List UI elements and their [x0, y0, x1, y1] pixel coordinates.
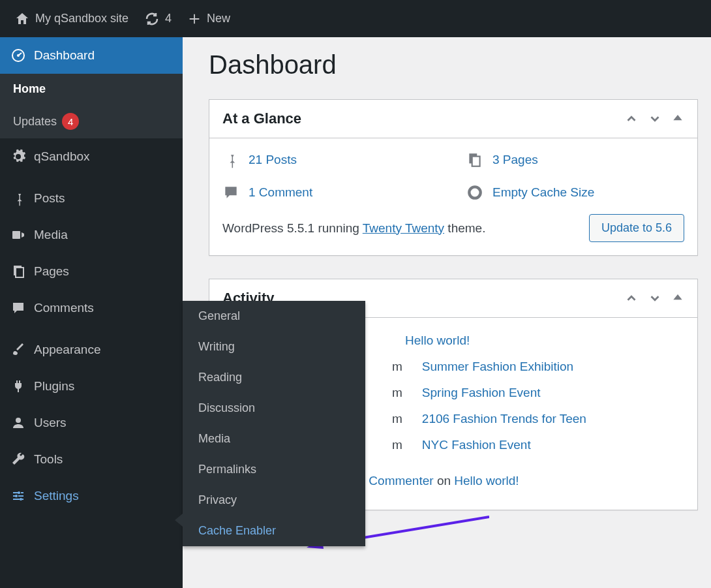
- separator: [0, 175, 183, 180]
- glance-pages[interactable]: 3 Pages: [466, 151, 684, 168]
- sidebar-item-tools[interactable]: Tools: [0, 441, 183, 478]
- flyout-writing[interactable]: Writing: [183, 332, 365, 362]
- admin-bar-new-label: New: [207, 12, 230, 25]
- panel-body: 21 Posts 3 Pages 1 Comment Empty Cache S…: [209, 138, 697, 255]
- activity-link[interactable]: 2106 Fashion Trends for Teen: [422, 412, 586, 426]
- sidebar-item-qsandbox[interactable]: qSandbox: [0, 138, 183, 175]
- flyout-reading[interactable]: Reading: [183, 362, 365, 393]
- flyout-cache-enabler[interactable]: Cache Enabler: [183, 516, 365, 546]
- comment-post-link[interactable]: Hello world!: [454, 474, 519, 487]
- theme-link[interactable]: Twenty Twenty: [363, 221, 444, 235]
- glance-comments[interactable]: 1 Comment: [222, 184, 440, 201]
- toggle-panel-icon[interactable]: [671, 291, 684, 305]
- time-trail: m: [392, 412, 402, 426]
- wrench-icon: [10, 452, 34, 467]
- admin-bar-site-label: My qSandbox site: [35, 12, 129, 25]
- svg-point-12: [469, 187, 480, 198]
- pin-icon: [10, 191, 34, 206]
- panel-at-a-glance: At a Glance 21 Posts 3 Pages 1 Com: [209, 99, 698, 256]
- flyout-permalinks[interactable]: Permalinks: [183, 454, 365, 485]
- panel-controls: [624, 291, 684, 305]
- glance-posts[interactable]: 21 Posts: [222, 151, 440, 168]
- activity-link[interactable]: Hello world!: [405, 333, 470, 348]
- admin-bar-updates[interactable]: 4: [136, 0, 179, 37]
- svg-rect-5: [16, 268, 23, 277]
- sidebar-label: Appearance: [34, 343, 100, 357]
- version-row: WordPress 5.5.1 running Twenty Twenty th…: [222, 214, 684, 242]
- sidebar-label: Settings: [34, 489, 79, 503]
- comment-icon: [10, 300, 34, 316]
- glance-link: 1 Comment: [249, 185, 312, 200]
- chevron-up-icon[interactable]: [624, 291, 639, 305]
- pages-icon: [466, 151, 483, 168]
- svg-rect-11: [472, 157, 480, 166]
- sliders-icon: [10, 488, 34, 504]
- sidebar-item-settings[interactable]: Settings: [0, 478, 183, 514]
- sidebar-item-posts[interactable]: Posts: [0, 180, 183, 217]
- version-text: WordPress 5.5.1 running Twenty Twenty th…: [222, 221, 485, 236]
- sidebar-label: Comments: [34, 301, 94, 315]
- glance-link: 21 Posts: [249, 153, 297, 167]
- brush-icon: [10, 342, 34, 358]
- sidebar-sub-updates[interactable]: Updates 4: [0, 104, 183, 138]
- admin-bar-updates-count: 4: [165, 12, 172, 25]
- time-trail: m: [392, 438, 402, 452]
- update-button[interactable]: Update to 5.6: [589, 214, 684, 242]
- svg-point-9: [20, 498, 22, 501]
- sidebar-item-media[interactable]: Media: [0, 217, 183, 253]
- sidebar-label: Tools: [34, 452, 63, 467]
- settings-flyout: General Writing Reading Discussion Media…: [183, 301, 365, 546]
- home-icon: [14, 11, 30, 27]
- admin-sidebar: Dashboard Home Updates 4 qSandbox Posts …: [0, 37, 183, 588]
- svg-point-8: [15, 495, 18, 497]
- chevron-up-icon[interactable]: [624, 112, 639, 126]
- sidebar-label: Media: [34, 228, 68, 242]
- sidebar-item-users[interactable]: Users: [0, 405, 183, 441]
- refresh-icon: [144, 11, 160, 27]
- svg-point-7: [18, 491, 20, 494]
- svg-line-2: [18, 53, 22, 55]
- updates-badge: 4: [62, 113, 79, 130]
- chevron-down-icon[interactable]: [648, 291, 662, 305]
- sidebar-label: Posts: [34, 191, 65, 206]
- flyout-privacy[interactable]: Privacy: [183, 485, 365, 516]
- sidebar-item-appearance[interactable]: Appearance: [0, 332, 183, 368]
- sidebar-sub-dashboard: Home Updates 4: [0, 74, 183, 138]
- admin-bar-site[interactable]: My qSandbox site: [7, 0, 136, 37]
- media-icon: [10, 227, 34, 243]
- sidebar-sub-home[interactable]: Home: [0, 74, 183, 104]
- sidebar-label: Pages: [34, 264, 69, 279]
- flyout-media[interactable]: Media: [183, 424, 365, 454]
- sidebar-label: Users: [34, 416, 67, 430]
- time-trail: m: [392, 360, 402, 374]
- sidebar-label: Plugins: [34, 379, 74, 394]
- activity-link[interactable]: NYC Fashion Event: [422, 438, 531, 452]
- circle-icon: [466, 184, 483, 201]
- activity-link[interactable]: Summer Fashion Exhibition: [422, 360, 573, 374]
- pages-icon: [10, 264, 34, 279]
- plugin-icon: [10, 379, 34, 394]
- pin-icon: [222, 151, 239, 168]
- separator: [0, 326, 183, 332]
- sidebar-item-plugins[interactable]: Plugins: [0, 368, 183, 405]
- dashboard-icon: [10, 48, 34, 63]
- sidebar-item-pages[interactable]: Pages: [0, 253, 183, 290]
- sidebar-sub-label: Updates: [13, 115, 57, 129]
- panel-title: At a Glance: [222, 110, 301, 127]
- glance-cache[interactable]: Empty Cache Size: [466, 184, 684, 201]
- toggle-panel-icon[interactable]: [671, 112, 684, 126]
- sidebar-label: Dashboard: [34, 48, 95, 63]
- panel-header: At a Glance: [209, 100, 697, 138]
- glance-link: Empty Cache Size: [492, 185, 594, 200]
- activity-link[interactable]: Spring Fashion Event: [422, 386, 541, 400]
- page-title: Dashboard: [209, 50, 698, 80]
- gear-icon: [10, 149, 34, 164]
- svg-rect-3: [12, 231, 20, 239]
- sidebar-item-dashboard[interactable]: Dashboard: [0, 37, 183, 74]
- flyout-discussion[interactable]: Discussion: [183, 393, 365, 424]
- sidebar-label: qSandbox: [34, 149, 90, 164]
- flyout-general[interactable]: General: [183, 301, 365, 332]
- chevron-down-icon[interactable]: [648, 112, 662, 126]
- admin-bar-new[interactable]: New: [179, 0, 238, 37]
- sidebar-item-comments[interactable]: Comments: [0, 290, 183, 326]
